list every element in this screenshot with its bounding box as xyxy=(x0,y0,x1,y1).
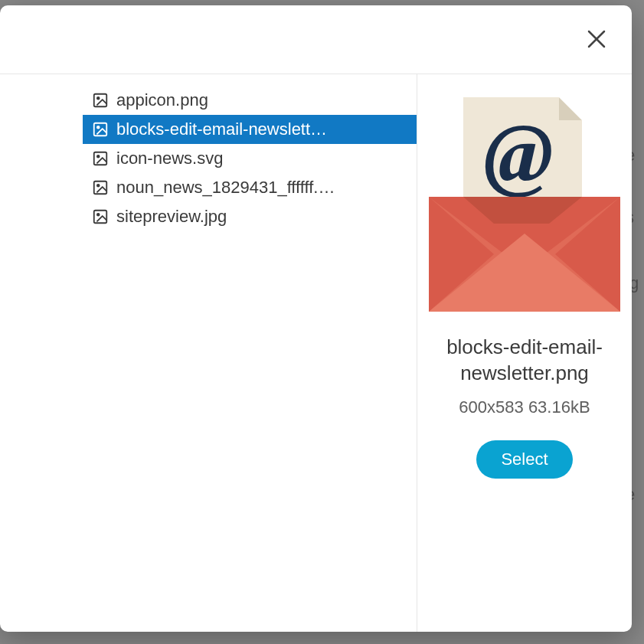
svg-rect-6 xyxy=(94,152,107,165)
file-picker-modal: appicon.pngblocks-edit-email-newslett…ic… xyxy=(0,5,632,632)
svg-point-3 xyxy=(97,97,100,100)
file-item-label: icon-news.svg xyxy=(116,149,223,168)
image-file-icon xyxy=(92,179,109,196)
envelope-at-icon: @ xyxy=(417,90,632,312)
close-button[interactable] xyxy=(586,28,609,51)
file-item[interactable]: appicon.png xyxy=(83,86,417,115)
preview-meta: 600x583 63.16kB xyxy=(459,397,590,417)
file-item[interactable]: icon-news.svg xyxy=(83,144,417,173)
svg-rect-10 xyxy=(94,211,107,224)
file-item-label: sitepreview.jpg xyxy=(116,207,227,227)
svg-point-5 xyxy=(97,126,100,129)
svg-text:@: @ xyxy=(483,106,554,200)
image-file-icon xyxy=(92,92,109,109)
preview-pane: @ blocks-edit-email-newsletter.png 600x5 xyxy=(417,74,632,632)
preview-image: @ xyxy=(417,90,632,312)
svg-point-11 xyxy=(97,214,100,216)
file-item-label: blocks-edit-email-newslett… xyxy=(116,119,327,139)
svg-rect-2 xyxy=(94,94,107,107)
file-item[interactable]: sitepreview.jpg xyxy=(83,202,417,231)
svg-rect-8 xyxy=(94,181,107,195)
svg-rect-4 xyxy=(94,123,107,136)
image-file-icon xyxy=(92,150,109,167)
file-item[interactable]: noun_news_1829431_ffffff.… xyxy=(83,173,417,202)
modal-body: appicon.pngblocks-edit-email-newslett…ic… xyxy=(0,74,632,632)
close-icon xyxy=(586,28,607,50)
image-file-icon xyxy=(92,121,109,138)
file-item-label: appicon.png xyxy=(116,90,208,110)
file-list-pane: appicon.pngblocks-edit-email-newslett…ic… xyxy=(83,74,417,632)
svg-point-7 xyxy=(97,155,100,158)
select-button[interactable]: Select xyxy=(476,440,572,479)
image-file-icon xyxy=(92,208,109,225)
preview-filename: blocks-edit-email-newsletter.png xyxy=(417,335,632,387)
modal-header xyxy=(0,5,632,74)
file-item[interactable]: blocks-edit-email-newslett… xyxy=(83,115,417,144)
svg-point-9 xyxy=(97,185,100,187)
file-item-label: noun_news_1829431_ffffff.… xyxy=(116,178,335,198)
